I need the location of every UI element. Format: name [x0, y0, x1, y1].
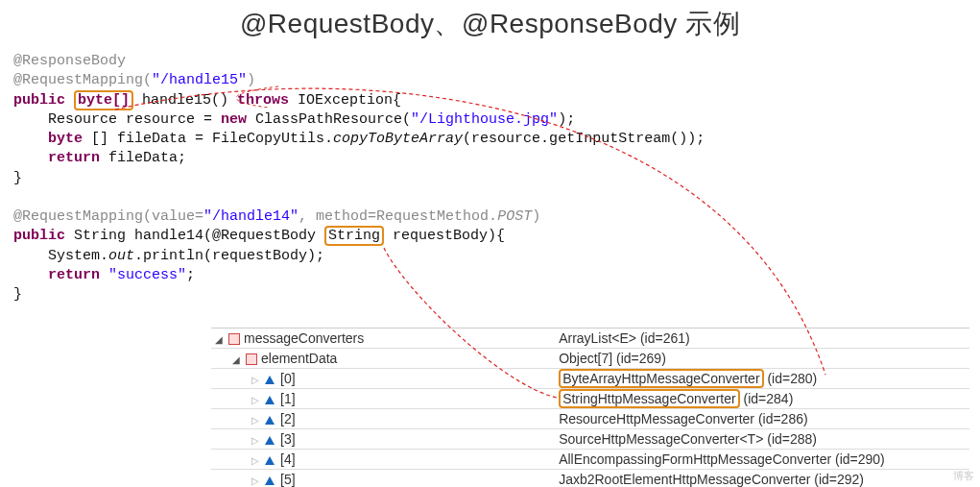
var-value: Jaxb2RootElementHttpMessageConverter (id… — [555, 470, 969, 488]
expand-open-icon[interactable] — [215, 330, 227, 346]
expand-closed-icon[interactable] — [251, 451, 263, 467]
element-icon — [265, 416, 275, 425]
var-name: elementData — [261, 351, 337, 366]
annotation-requestmapping: @RequestMapping("/handle15") — [13, 72, 255, 88]
expand-open-icon[interactable] — [232, 351, 244, 366]
expand-closed-icon[interactable] — [251, 431, 263, 447]
var-name: messageConverters — [244, 330, 364, 346]
var-name: [5] — [280, 472, 296, 487]
expand-closed-icon[interactable] — [251, 411, 263, 426]
variables-table: messageConvertersArrayList<E> (id=261)el… — [211, 328, 969, 487]
table-row[interactable]: [1]StringHttpMessageConverter (id=284) — [211, 389, 969, 409]
table-row[interactable]: [2]ResourceHttpMessageConverter (id=286) — [211, 409, 969, 429]
table-row[interactable]: [0]ByteArrayHttpMessageConverter (id=280… — [211, 369, 969, 389]
var-value: ByteArrayHttpMessageConverter (id=280) — [555, 369, 969, 389]
highlight-byte-array: byte[] — [74, 90, 133, 110]
element-icon — [265, 456, 275, 465]
table-row[interactable]: [5]Jaxb2RootElementHttpMessageConverter … — [211, 470, 969, 488]
watermark: 博客 — [953, 469, 974, 483]
var-name: [4] — [280, 451, 296, 467]
element-icon — [265, 476, 275, 485]
code-block-1: @ResponseBody @RequestMapping("/handle15… — [0, 52, 980, 304]
expand-closed-icon[interactable] — [251, 472, 263, 487]
var-value: ResourceHttpMessageConverter (id=286) — [555, 409, 969, 429]
table-row[interactable]: messageConvertersArrayList<E> (id=261) — [211, 329, 969, 349]
annotation-responsebody: @ResponseBody — [13, 53, 126, 69]
object-icon — [246, 353, 257, 365]
var-value: ArrayList<E> (id=261) — [555, 329, 969, 349]
var-name: [0] — [280, 371, 296, 386]
var-value: SourceHttpMessageConverter<T> (id=288) — [555, 429, 969, 450]
table-row[interactable]: elementDataObject[7] (id=269) — [211, 349, 969, 369]
annotation-requestmapping-2: @RequestMapping(value="/handle14", metho… — [13, 208, 540, 225]
var-value: AllEncompassingFormHttpMessageConverter … — [555, 450, 969, 470]
element-icon — [265, 396, 275, 404]
highlight-converter: ByteArrayHttpMessageConverter — [559, 369, 763, 388]
table-row[interactable]: [3]SourceHttpMessageConverter<T> (id=288… — [211, 429, 969, 450]
expand-closed-icon[interactable] — [251, 371, 263, 386]
var-name: [1] — [280, 391, 296, 406]
element-icon — [265, 436, 275, 445]
expand-closed-icon[interactable] — [251, 391, 263, 406]
object-icon — [228, 333, 240, 345]
element-icon — [265, 376, 275, 384]
var-value: StringHttpMessageConverter (id=284) — [555, 389, 969, 409]
var-value: Object[7] (id=269) — [555, 349, 969, 369]
table-row[interactable]: [4]AllEncompassingFormHttpMessageConvert… — [211, 450, 969, 470]
var-name: [3] — [280, 431, 296, 447]
page-title: @RequestBody、@ResponseBody 示例 — [0, 0, 980, 52]
highlight-string-type: String — [324, 226, 384, 246]
var-name: [2] — [280, 411, 296, 426]
highlight-converter: StringHttpMessageConverter — [559, 389, 740, 408]
